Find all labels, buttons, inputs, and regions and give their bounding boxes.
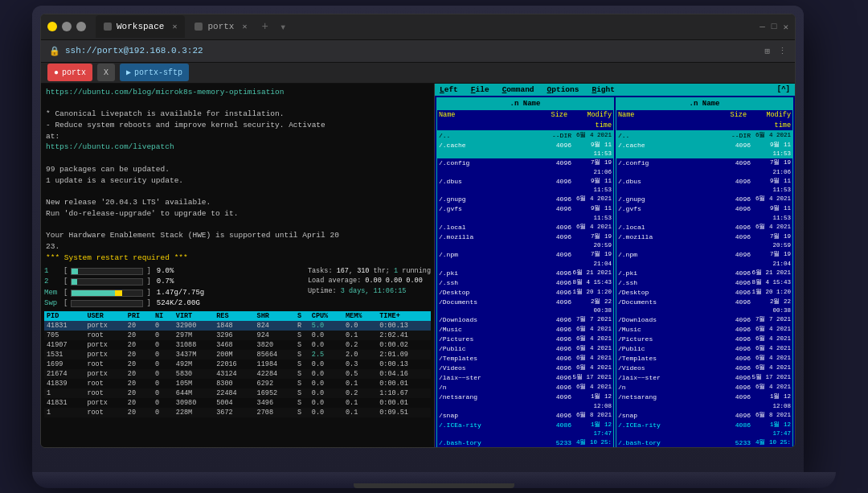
- laptop-base: [32, 472, 836, 488]
- list-item[interactable]: /Downloads40967월 7 2021: [616, 315, 792, 325]
- term-line: https://ubuntu.com/blog/microk8s-memory-…: [46, 87, 429, 98]
- list-item[interactable]: /Music40966월 4 2021: [616, 325, 792, 335]
- col-mem: MEM%: [343, 311, 377, 321]
- table-row: 21674 portx 20 0 5830 43124 42284 S 0.0 …: [44, 369, 431, 379]
- term-line: [46, 186, 429, 197]
- list-item[interactable]: /.ICEa-rity40861월 12 17:47: [616, 421, 792, 439]
- list-item[interactable]: /.npm40967월 19 21:04: [437, 250, 613, 269]
- list-item[interactable]: /.mozilla40967월 19 20:59: [437, 232, 613, 251]
- list-item[interactable]: /laix~~ster40965월 17 2021: [616, 373, 792, 383]
- list-item[interactable]: /.gvfs40969월 11 11:53: [437, 204, 613, 223]
- session-tab-sftp[interactable]: ▶ portx-sftp: [120, 64, 189, 81]
- term-line: https://ubuntu.com/livepatch: [46, 142, 429, 153]
- mc-right-file-list[interactable]: /..--DIR6월 4 2021/.cache40969월 11 11:53/…: [616, 131, 792, 448]
- list-item[interactable]: /.gvfs40969월 11 11:53: [616, 204, 792, 223]
- list-item[interactable]: /.pki40966월 21 2021: [437, 269, 613, 278]
- list-item[interactable]: /Videos40966월 4 2021: [616, 364, 792, 373]
- portx-tab-icon: [194, 23, 203, 31]
- col-s: S: [295, 311, 309, 321]
- proc-table-header: PID USER PRI NI VIRT RES SHR S CPU% ME: [44, 311, 431, 321]
- mc-menu-left[interactable]: Left: [440, 84, 458, 96]
- col-pri: PRI: [125, 311, 153, 321]
- portx-session-indicator: ●: [54, 68, 59, 77]
- mc-menu-options[interactable]: Options: [547, 84, 579, 96]
- col-pid: PID: [44, 311, 84, 321]
- maximize-button[interactable]: [62, 22, 72, 31]
- list-item[interactable]: /n40966월 4 2021: [437, 383, 613, 392]
- table-row: 1 root 20 0 228M 3672 2708 S 0.0 0.1 0:0…: [44, 408, 431, 417]
- list-item[interactable]: /snap40966월 8 2021: [616, 411, 792, 421]
- col-user: USER: [84, 311, 125, 321]
- mc-menu-file[interactable]: File: [471, 84, 489, 96]
- ssh-address[interactable]: ssh://portx@192.168.0.3:22: [65, 46, 203, 55]
- mc-menu-command[interactable]: Command: [502, 84, 534, 96]
- list-item[interactable]: /.gnupg40966월 4 2021: [616, 195, 792, 204]
- list-item[interactable]: /.cache40969월 11 11:53: [437, 141, 613, 159]
- address-right-icon[interactable]: ⊞: [764, 46, 770, 56]
- minimize-button[interactable]: [47, 22, 57, 31]
- list-item[interactable]: /laix~~ster40965월 17 2021: [437, 373, 613, 383]
- htop-section[interactable]: 1 [ ] 9.0% 2 [: [41, 264, 434, 448]
- list-item[interactable]: /Videos40966월 4 2021: [437, 364, 613, 373]
- list-item[interactable]: /.mozilla40967월 19 20:59: [616, 232, 792, 251]
- list-item[interactable]: /.config40967월 19 21:06: [616, 158, 792, 177]
- list-item[interactable]: /Pictures40966월 4 2021: [437, 335, 613, 344]
- terminal-output[interactable]: https://ubuntu.com/blog/microk8s-memory-…: [41, 84, 435, 264]
- table-row: 41831 portx 20 0 30980 5004 3496 S 0.0 0…: [44, 398, 431, 408]
- term-line: 99 packages can be updated.: [46, 164, 429, 175]
- list-item[interactable]: /Desktop40961월 20 1:20: [616, 288, 792, 298]
- list-item[interactable]: /n40966월 4 2021: [616, 383, 792, 392]
- tab-portx[interactable]: portx ✕: [186, 15, 255, 38]
- list-item[interactable]: /..--DIR6월 4 2021: [616, 131, 792, 141]
- list-item[interactable]: /.gnupg40966월 4 2021: [437, 195, 613, 204]
- list-item[interactable]: /.local40966월 4 2021: [616, 223, 792, 232]
- list-item[interactable]: /.bash-tory52334월 10 25:: [437, 438, 613, 447]
- list-item[interactable]: /.cache40969월 11 11:53: [616, 141, 792, 159]
- list-item[interactable]: /Templates40966월 4 2021: [616, 354, 792, 364]
- list-item[interactable]: /..--DIR6월 4 2021: [437, 131, 613, 141]
- list-item[interactable]: /Documents40962월 22 00:38: [437, 298, 613, 316]
- session-tab-close[interactable]: X: [97, 64, 115, 81]
- tab-workspace[interactable]: Workspace ✕: [96, 15, 185, 38]
- list-item[interactable]: /Documents40962월 22 00:38: [616, 298, 792, 316]
- new-tab-button[interactable]: +: [257, 20, 273, 33]
- list-item[interactable]: /.dbus40969월 11 11:53: [616, 177, 792, 195]
- list-item[interactable]: /Public40966월 4 2021: [437, 344, 613, 354]
- list-item[interactable]: /Downloads40967월 7 2021: [437, 315, 613, 325]
- close-button[interactable]: [76, 22, 86, 31]
- win-restore-icon[interactable]: □: [772, 22, 777, 32]
- list-item[interactable]: /.local40966월 4 2021: [437, 223, 613, 232]
- list-item[interactable]: /Pictures40966월 4 2021: [616, 335, 792, 344]
- list-item[interactable]: /.npm40967월 19 21:04: [616, 250, 792, 269]
- list-item[interactable]: /Public40966월 4 2021: [616, 344, 792, 354]
- workspace-tab-icon: [104, 23, 112, 31]
- mc-panels: .n Name Name Size Modify time /..--DIR6월…: [435, 96, 795, 447]
- list-item[interactable]: /.bash-tory52334월 10 25:: [616, 438, 792, 447]
- term-line: New release '20.04.3 LTS' available.: [46, 197, 429, 208]
- mc-left-file-list[interactable]: /..--DIR6월 4 2021/.cache40969월 11 11:53/…: [437, 131, 613, 448]
- tab-bar: Workspace ✕ portx ✕ + ▾: [96, 15, 760, 38]
- portx-tab-close[interactable]: ✕: [242, 22, 247, 31]
- list-item[interactable]: /.ssh40968월 4 15:43: [616, 278, 792, 288]
- tab-dropdown[interactable]: ▾: [275, 20, 291, 34]
- list-item[interactable]: /.pki40966월 21 2021: [616, 269, 792, 278]
- session-tab-portx[interactable]: ● portx: [47, 64, 92, 81]
- table-row: 1699 root 20 0 492M 22016 11984 S 0.0 0.…: [44, 359, 431, 369]
- list-item[interactable]: /Desktop40961월 20 1:20: [437, 288, 613, 298]
- list-item[interactable]: /.ssh40968월 4 15:43: [437, 278, 613, 288]
- list-item[interactable]: /.ICEa-rity40861월 12 17:47: [437, 421, 613, 439]
- list-item[interactable]: /netsarang40961월 12 12:08: [437, 392, 613, 411]
- workspace-tab-close[interactable]: ✕: [172, 22, 177, 31]
- list-item[interactable]: /snap40966월 8 2021: [437, 411, 613, 421]
- list-item[interactable]: /Templates40966월 4 2021: [437, 354, 613, 364]
- address-menu-icon[interactable]: ⋮: [778, 46, 787, 56]
- term-line: [46, 220, 429, 231]
- mc-left-panel-header: .n Name: [437, 98, 613, 110]
- list-item[interactable]: /.dbus40969월 11 11:53: [437, 177, 613, 195]
- win-close-icon[interactable]: ✕: [783, 22, 788, 32]
- list-item[interactable]: /Music40966월 4 2021: [437, 325, 613, 335]
- list-item[interactable]: /netsarang40961월 12 12:08: [616, 392, 792, 411]
- mc-menu-right[interactable]: Right: [592, 84, 615, 96]
- win-minimize-icon[interactable]: —: [760, 22, 765, 32]
- list-item[interactable]: /.config40967월 19 21:06: [437, 158, 613, 177]
